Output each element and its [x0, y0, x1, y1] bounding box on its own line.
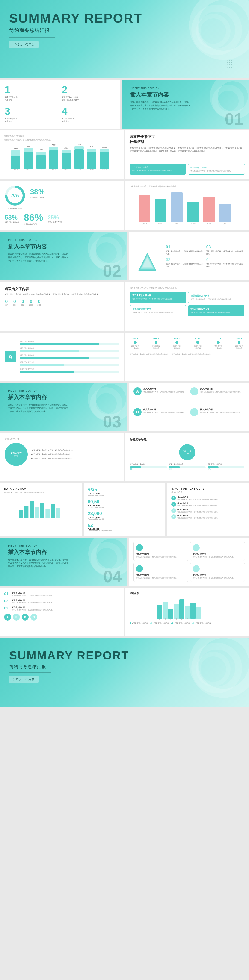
- year-val-3: 0: [21, 299, 25, 304]
- slide-progress-cards: 标题文字标题 请双击文字内容 请双击更改文字内容 30% 请双击更改文字内容 3…: [125, 433, 249, 481]
- year-col-6: 20XX 请双击更改文字内容: [234, 337, 244, 350]
- pct-53-label: 请双击更改文字内容: [5, 221, 19, 224]
- vert-bars-svg: 项目A 项目B 项目C 项目D 项目E 项目F: [130, 190, 244, 225]
- hbar-4: 请双击更改文字内容: [19, 361, 119, 366]
- item-04-num: 04: [206, 258, 244, 262]
- insert-label-01: INSERT THIS SECTION: [130, 87, 241, 90]
- chapter-desc-04: 请双击更改文字内容，也可直接复制您的内容粘贴到此处。请双击更改文字内容，也可直接…: [8, 558, 69, 568]
- legend-dot-c: [171, 622, 173, 624]
- pct-53: 53%: [5, 214, 18, 221]
- hbar-2-fill: [19, 350, 79, 352]
- slide-stats: 95th PLEASE ADD Please add the specific …: [84, 483, 166, 536]
- input-t4-desc: 请双击更改文字内容，也可直接复制您的内容粘贴到此处。: [177, 517, 219, 519]
- year-val-5: 0: [37, 299, 41, 304]
- stat-num-4: 62: [88, 523, 161, 528]
- bar-legend-svg: A B C D E F G H: [129, 597, 245, 620]
- slide-input-text-copy: INPUT FOR TEXT COPY 插入人物介绍 1 插入人物介绍 请双击更…: [167, 483, 249, 536]
- list-title-03: 请双击人物介绍: [12, 606, 54, 609]
- year-3: 20XX: [172, 337, 182, 340]
- year-col-2: 20XX 请双击更改文字内容: [151, 337, 161, 350]
- svg-text:项目B: 项目B: [158, 223, 163, 225]
- year-5: 20XX: [213, 337, 223, 340]
- hbar-5-track: [19, 371, 119, 373]
- person-card-1-avatar: [136, 544, 143, 551]
- year-col-5: 20XX 请双击更改文字内容: [213, 337, 223, 350]
- person-card-2: 请双击人物介绍 请双击更改文字内容，也可直接复制您的内容粘贴到此处。: [190, 542, 245, 561]
- person-b-desc: 请双击更改文字内容，也可直接复制您的内容粘贴到此处。: [200, 391, 242, 393]
- input-num-3: 3: [171, 508, 176, 513]
- dot-5: [217, 341, 220, 344]
- stat-label-3: PLEASE ADD: [88, 516, 161, 518]
- svg-rect-25: [49, 151, 58, 169]
- person-card-4-avatar: [193, 565, 200, 572]
- svg-rect-68: [19, 510, 23, 518]
- circle-text-1: 请双击文字: [10, 452, 22, 454]
- slide-data-diagram: DATA DIAGRAM 请双击更改文字内容，也可直接复制您的内容粘贴到此处。: [0, 483, 82, 536]
- slide-numbers: 1 请双击更改文本标题信息 2 请双击更改文本标题信息 请双击更改文本 3 请双…: [0, 80, 120, 129]
- stat-num-3: 23,000: [88, 511, 161, 516]
- list-title-02: 请双击人物介绍: [12, 599, 54, 601]
- pct-86: 86%: [24, 212, 43, 223]
- svg-text:H: H: [198, 618, 199, 620]
- hbar-1-fill: [19, 343, 99, 345]
- chapter-desc-01: 请双击更改文字内容，也可直接复制您的内容粘贴到此处。请双击更改文字内容，也可直接…: [130, 101, 191, 111]
- slide-bar-chart: 请双击更改文字标题信息 请双击更改文字内容，也可直接复制您的内容粘贴到此处。 5…: [0, 130, 124, 179]
- text-cards-title: 请双击更改文字标题信息: [129, 135, 245, 144]
- dot-6: [238, 341, 241, 344]
- timeline-years: 20XX 请双击更改文字内容 20XX 请双击更改文字内容 20XX 请双击更改…: [130, 337, 244, 350]
- pct-86-area: 86% 此处添加数据说明: [24, 212, 43, 225]
- year-item-1: 0 2017: [5, 299, 8, 306]
- input-num-4: 4: [171, 514, 176, 519]
- svg-text:项目E: 项目E: [207, 223, 211, 225]
- reporter-label: 汇报人：代用名: [13, 43, 34, 46]
- svg-rect-26: [49, 147, 58, 151]
- timeline-line-5: [223, 341, 234, 341]
- prog-fill-2: [169, 466, 180, 468]
- year-2-label: 请双击更改文字内容: [151, 345, 161, 350]
- person-a-title: 插入人物介绍: [144, 387, 185, 390]
- slide-last: SUMMARY REPORT 简约商务总结汇报 汇报人：代用名: [0, 638, 249, 707]
- stat-num-1: 95th: [88, 487, 161, 493]
- year-4: 20XX: [193, 337, 203, 340]
- slide-person-items: A 插入人物介绍 请双击更改文字内容，也可直接复制您的内容粘贴到此处。 插入人物…: [129, 383, 249, 431]
- item-01-desc: 请双击更改文字内容，也可直接复制您的内容粘贴到此处。: [166, 250, 204, 255]
- hbar-1: 请双击更改文字内容: [19, 340, 119, 345]
- svg-rect-79: [174, 604, 179, 619]
- item-02-num: 02: [166, 258, 204, 262]
- svg-text:项目F: 项目F: [223, 223, 228, 225]
- year-item-5: 0 2021: [37, 299, 41, 306]
- svg-text:76%: 76%: [11, 193, 19, 198]
- 3d-shapes-svg: [134, 239, 161, 274]
- list-title-01: 请双击人物介绍: [12, 592, 54, 595]
- chart-desc: 请双击更改文字内容，也可直接复制您的内容粘贴到此处。: [4, 138, 120, 141]
- svg-text:2021: 2021: [77, 169, 81, 171]
- data-diagram-svg: [4, 496, 78, 519]
- person-card-3: 请双击人物介绍 请双击更改文字内容，也可直接复制您的内容粘贴到此处。: [134, 563, 188, 582]
- svg-text:项目A: 项目A: [142, 223, 147, 225]
- svg-text:F: F: [187, 618, 188, 620]
- slide-row-9: 请双击文字内容 请双击文字 内容 • 请双击更改文字内容，也可直接复制您的内容粘…: [0, 433, 249, 481]
- svg-text:72%: 72%: [90, 146, 94, 148]
- person-e-desc: 请双击更改文字内容，也可直接复制您的内容粘贴到此处。: [200, 412, 242, 414]
- input-text-2: 插入人物介绍 请双击更改文字内容，也可直接复制您的内容粘贴到此处。: [177, 502, 219, 507]
- card-2-desc: 请双击更改文字内容，也可直接复制您的内容粘贴到此处。: [190, 170, 242, 172]
- year-item-3: 0 2019: [21, 299, 25, 306]
- svg-rect-22: [37, 155, 46, 169]
- num-3-label: 请双击更改文本标题信息: [5, 117, 58, 123]
- svg-point-4: [227, 62, 228, 63]
- year-label-1: 2017: [5, 304, 8, 306]
- person-d-desc: 请双击更改文字内容，也可直接复制您的内容粘贴到此处。: [144, 412, 185, 414]
- input-text-3: 插入人物介绍 请双击更改文字内容，也可直接复制您的内容粘贴到此处。: [177, 508, 219, 513]
- last-arc-3: [196, 652, 231, 686]
- year-col-3: 20XX 请双击更改文字内容: [172, 337, 182, 350]
- line-5: [223, 341, 234, 341]
- year-2: 20XX: [151, 337, 161, 340]
- circle-items-list: • 请双击更改文字内容，也可直接复制您的内容粘贴到此处。 • 请双击更改文字内容…: [31, 449, 119, 460]
- svg-text:2016: 2016: [14, 169, 18, 171]
- input-num-1: 1: [171, 496, 176, 501]
- section-03-slide: INSERT THIS SECTION 插入本章节内容 03 请双击更改文字内容…: [0, 383, 127, 431]
- item-02-desc: 请双击更改文字内容，也可直接复制您的内容粘贴到此处。: [166, 263, 204, 268]
- input-t2-title: 插入人物介绍: [177, 502, 219, 504]
- legend-d: D 请双击更改文字内容: [192, 622, 211, 624]
- donut-76: 76%: [5, 185, 26, 206]
